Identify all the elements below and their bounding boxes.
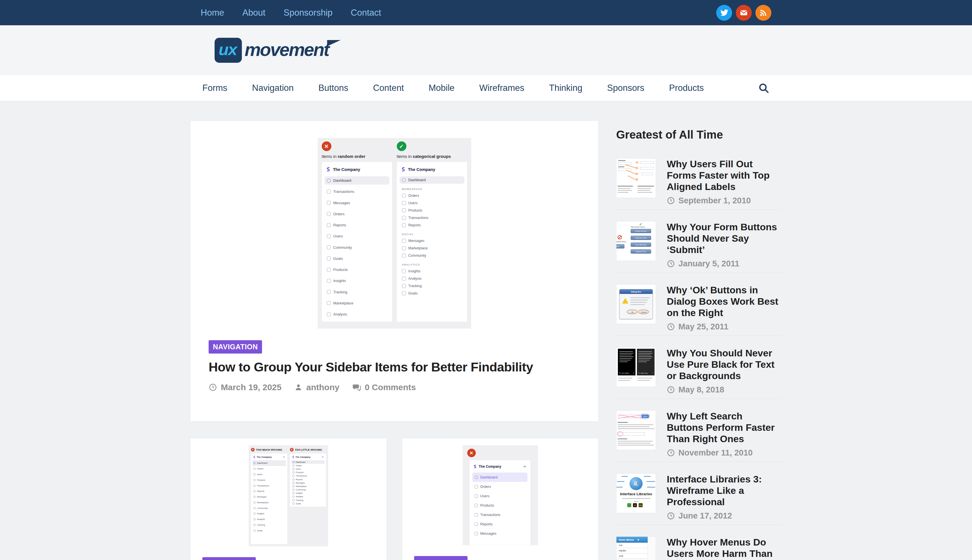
community-icon [254,507,256,509]
nav-link-thinking[interactable]: Thinking [549,83,582,93]
mock-caption: ✕TOO LITTLE SPACING [290,448,326,452]
reports-icon [254,490,256,492]
post-title[interactable]: Why You Should Never Use Pure Black for … [667,347,781,382]
mock-item-tracking: Tracking [400,282,464,290]
analysis-icon [402,277,406,280]
nav-link-products[interactable]: Products [669,83,704,93]
post-thumbnail[interactable] [616,158,656,198]
category-badge[interactable]: NAVIGATION [202,557,256,560]
mock-company: The Company⇤ [253,455,286,460]
check-icon: ✓ [639,222,642,226]
sidebar: Greatest of All Time Why Users Fill Out … [616,121,781,560]
nav-link-navigation[interactable]: Navigation [252,83,294,93]
nav-link-buttons[interactable]: Buttons [318,83,348,93]
post-text: Why ‘Ok’ Buttons in Dialog Boxes Work Be… [667,284,781,335]
illustrator-icon: Ai [633,503,637,507]
mock-item-transactions: Transactions [253,483,286,488]
mock-item-marketplace: Marketplace [400,245,464,252]
nav-link-content[interactable]: Content [373,83,404,93]
post-thumbnail[interactable]: Hover Menus➤ AreHarderAnd [616,537,656,560]
company-logo-icon [326,167,331,172]
goals-icon [293,503,294,505]
post-image[interactable]: ✕The Company⇤DashboardOrdersUsersProduct… [402,445,598,545]
mock-group-label: WORKSPACE [400,184,464,192]
messages-icon [254,496,256,498]
post-text: Why Left Search Buttons Perform Faster T… [667,410,781,462]
post-title[interactable]: Why ‘Ok’ Buttons in Dialog Boxes Work Be… [667,284,781,318]
post-title[interactable]: Interface Libraries 3: Wireframe Like a … [667,473,781,507]
fireworks-icon: Fw [639,503,642,507]
analysis-icon [254,518,256,520]
messages-icon [293,482,294,484]
topbar-link-contact[interactable]: Contact [351,8,381,18]
cursor-icon: ➤ [637,538,640,541]
topbar-link-sponsorship[interactable]: Sponsorship [284,8,333,18]
mock-item-transactions: Transactions [400,214,464,222]
post-date: May 8, 2018 [667,385,781,395]
mock-item-tracking: Tracking [325,288,389,296]
mock-item-messages: Messages [400,237,464,245]
category-badge[interactable]: NAVIGATION [209,340,262,353]
mock-item-transactions: Transactions [325,187,389,196]
topbar-link-about[interactable]: About [243,8,266,18]
goals-icon [327,257,331,260]
email-button[interactable] [736,5,752,21]
mock-button: Create Account [631,229,651,233]
mock-caption: ✕TOO MUCH SPACING [251,448,287,452]
mock-button: Subscribe Now [631,236,651,240]
mock-item-analysis: Analysis [253,517,286,522]
post-text: Why Hover Menus Do Users More Harm Than … [667,537,781,560]
nav-link-forms[interactable]: Forms [202,83,228,93]
post-image[interactable]: ✕TOO MUCH SPACING The Company⇤DashboardO… [191,445,386,547]
insights-icon [402,269,406,273]
post-title[interactable]: Why Users Fill Out Forms Faster with Top… [667,158,781,192]
collapse-icon: ⇤ [524,464,527,468]
mock-item-reports: Reports [400,222,464,229]
post-author[interactable]: anthony [294,383,340,392]
nav-link-sponsors[interactable]: Sponsors [607,83,644,93]
mock-col: ✕TOO LITTLE SPACING The Company⇤Dashboar… [290,448,326,544]
mock-group-label: ANALYTICS [400,259,464,268]
post-thumbnail[interactable]: iL Interface Libraries Only for Ai Fw [616,473,656,513]
post-title[interactable]: Why Your Form Buttons Should Never Say ‘… [667,221,781,255]
mock-item-messages: Messages [325,199,389,207]
marketplace-icon [254,502,256,503]
company-logo-icon [253,456,256,458]
post-thumbnail[interactable]: Pure Black✗ Dark Gray✓ [616,347,656,387]
post-title[interactable]: Why Hover Menus Do Users More Harm Than … [667,537,781,560]
mock-item-community: Community [400,252,464,259]
mock-item-transactions: Transactions [291,474,325,478]
mock-item-orders: Orders [291,464,325,467]
mock-item-insights: Insights [253,511,286,517]
transactions-icon [475,513,478,517]
mock-item-goals: Goals [291,502,325,505]
mock-company: The Company [325,165,389,177]
mock-item-marketplace: Marketplace [291,485,325,488]
rss-button[interactable] [755,5,771,21]
twitter-button[interactable] [716,5,732,21]
il-logo: iL [629,477,642,490]
site-logo[interactable]: ux movement [214,38,341,63]
nav-link-mobile[interactable]: Mobile [428,83,455,93]
post-date: January 5, 2011 [667,259,781,268]
category-badge[interactable]: NAVIGATION [414,556,468,560]
search-button[interactable] [758,82,770,94]
post-comments[interactable]: 0 Comments [352,383,416,392]
mock-item-goals: Goals [253,528,286,533]
mock-item-dashboard: Dashboard [472,473,527,482]
post-thumbnail[interactable]: ✓ Task specific buttons Create AccountSu… [616,221,656,261]
featured-post-image[interactable]: ✕Items in random orderThe CompanyDashboa… [318,138,471,328]
post-thumbnail[interactable]: Dialog Box Ok Cancel [616,284,656,324]
email-icon [739,8,748,17]
clock-icon [667,386,675,394]
dashboard-icon [327,178,331,183]
sidebar-heading: Greatest of All Time [616,128,781,141]
post-date: May 25, 2011 [667,322,781,332]
post-title[interactable]: Why Left Search Buttons Perform Faster T… [667,410,781,444]
mock-item-reports: Reports [253,488,286,494]
users-icon [475,494,478,498]
post-thumbnail[interactable]: Search [616,410,656,450]
topbar-link-home[interactable]: Home [201,8,224,18]
nav-link-wireframes[interactable]: Wireframes [479,83,524,93]
featured-post-title[interactable]: How to Group Your Sidebar Items for Bett… [209,360,580,375]
